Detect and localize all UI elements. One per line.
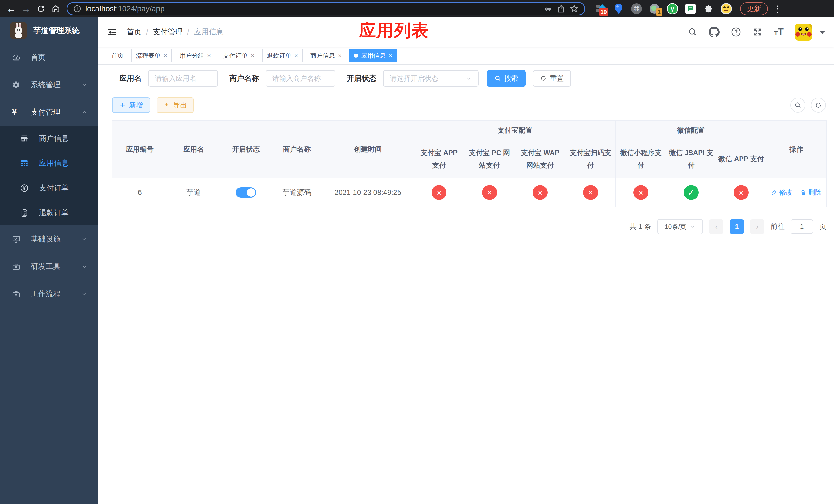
goto-page-input[interactable] (791, 220, 813, 234)
status-select[interactable]: 请选择开启状态 (383, 70, 479, 87)
sidebar-fold-button[interactable] (107, 27, 117, 38)
close-icon[interactable]: × (294, 52, 298, 59)
col-header-app-id: 应用编号 (112, 121, 168, 178)
close-icon[interactable]: × (389, 52, 392, 59)
close-icon[interactable]: × (207, 52, 211, 59)
next-page-button[interactable]: › (750, 220, 765, 234)
group-header-wechat: 微信配置 (616, 121, 766, 140)
add-button[interactable]: 新增 (112, 97, 150, 113)
extension-command-icon[interactable]: ⌘ (631, 3, 642, 14)
extensions-puzzle-icon[interactable] (703, 3, 714, 14)
sidebar-item-app-info[interactable]: 应用信息 (0, 151, 98, 176)
sidebar-item-payment[interactable]: ¥ 支付管理 (0, 98, 98, 126)
puzzle-icon (703, 4, 713, 14)
sidebar-item-workflow[interactable]: 工作流程 (0, 280, 98, 307)
pikachu-avatar-icon (795, 24, 812, 41)
tag-process-form[interactable]: 流程表单× (131, 49, 172, 62)
status-toggle[interactable] (236, 187, 256, 198)
sidebar-item-refund-order[interactable]: 退款订单 (0, 201, 98, 225)
reload-icon (37, 4, 46, 13)
extension-diamond-icon[interactable]: 10 (595, 3, 606, 14)
tag-merchant-info[interactable]: 商户信息× (306, 49, 346, 62)
col-header-app-name: 应用名 (168, 121, 220, 178)
sidebar-item-label: 支付管理 (31, 107, 61, 117)
fullscreen-icon[interactable] (752, 27, 763, 37)
app-name-input[interactable] (148, 70, 218, 87)
browser-forward-button[interactable]: → (20, 2, 33, 15)
browser-back-button[interactable]: ← (5, 2, 18, 15)
browser-menu-button[interactable]: ⋮ (773, 4, 781, 14)
sidebar-item-system[interactable]: 系统管理 (0, 71, 98, 98)
extension-chat-icon[interactable] (685, 3, 696, 14)
rabbit-logo-icon (10, 22, 27, 39)
github-icon[interactable] (709, 27, 720, 38)
user-avatar[interactable] (795, 24, 812, 41)
col-header-wx-app: 微信 APP 支付 (716, 140, 766, 178)
tag-app-info[interactable]: 应用信息× (349, 49, 397, 62)
extension-balloon-icon[interactable] (613, 3, 624, 14)
browser-update-button[interactable]: 更新 (740, 2, 768, 15)
tag-home[interactable]: 首页 (107, 49, 128, 62)
grid-icon (20, 159, 29, 168)
prev-page-button[interactable]: ‹ (709, 220, 723, 234)
sidebar-item-dev-tools[interactable]: 研发工具 (0, 253, 98, 280)
col-header-alipay-pc: 支付宝 PC 网站支付 (464, 140, 515, 178)
status-label: 开启状态 (347, 73, 376, 84)
tag-refund-order[interactable]: 退款订单× (262, 49, 303, 62)
edit-pen-icon (771, 189, 777, 196)
breadcrumb-payment[interactable]: 支付管理 (153, 27, 182, 37)
table-tools (790, 98, 826, 113)
edit-link[interactable]: 修改 (771, 188, 792, 197)
briefcase-icon (12, 290, 21, 298)
site-info-icon[interactable] (73, 5, 81, 13)
tag-user-group[interactable]: 用户分组× (175, 49, 215, 62)
search-icon[interactable] (688, 27, 698, 37)
col-header-alipay-app: 支付宝 APP 支付 (414, 140, 464, 178)
bookmark-star-icon[interactable] (570, 4, 579, 13)
sidebar-item-pay-order[interactable]: 支付订单 (0, 176, 98, 201)
refresh-icon (540, 75, 547, 82)
page-size-select[interactable]: 10条/页 (657, 219, 703, 234)
delete-link[interactable]: 删除 (800, 188, 822, 197)
show-search-button[interactable] (790, 98, 805, 113)
sidebar-item-label: 应用信息 (39, 158, 69, 168)
dashboard-icon (12, 53, 21, 62)
goto-label: 前往 (771, 222, 785, 231)
help-icon[interactable] (731, 27, 741, 37)
sidebar-item-home[interactable]: 首页 (0, 44, 98, 71)
search-button[interactable]: 搜索 (487, 70, 526, 87)
chevron-down-icon (465, 75, 472, 82)
sidebar-item-merchant-info[interactable]: 商户信息 (0, 126, 98, 151)
browser-reload-button[interactable] (35, 2, 48, 15)
extension-yudao-icon[interactable]: y (667, 3, 678, 14)
merchant-name-input[interactable] (266, 70, 335, 87)
close-icon[interactable]: × (163, 52, 167, 59)
col-header-alipay-qr: 支付宝扫码支付 (566, 140, 616, 178)
refresh-table-button[interactable] (811, 98, 826, 113)
sidebar-item-infra[interactable]: 基础设施 (0, 225, 98, 253)
share-icon[interactable] (557, 4, 566, 13)
cell-app-id: 6 (112, 178, 168, 207)
chevron-up-icon (81, 109, 88, 116)
password-key-icon[interactable] (544, 4, 553, 13)
sidebar-item-label: 工作流程 (31, 289, 61, 299)
close-icon[interactable]: × (251, 52, 255, 59)
page-1-button[interactable]: 1 (730, 220, 744, 234)
tag-pay-order[interactable]: 支付订单× (219, 49, 259, 62)
extension-circle-icon[interactable]: 1 (649, 3, 660, 14)
pagination: 共 1 条 10条/页 ‹ 1 › 前往 页 (112, 219, 826, 234)
store-icon (20, 134, 29, 143)
close-icon[interactable]: × (338, 52, 342, 59)
font-size-icon[interactable]: TT (774, 27, 784, 38)
col-header-created: 创建时间 (322, 121, 414, 178)
reset-button[interactable]: 重置 (533, 70, 571, 87)
browser-home-button[interactable] (49, 2, 63, 15)
filter-form: 应用名 商户名称 开启状态 请选择开启状态 搜索 重置 (112, 70, 826, 87)
url-bar[interactable]: localhost:1024/pay/app (67, 2, 585, 15)
col-header-status: 开启状态 (220, 121, 272, 178)
breadcrumb-home[interactable]: 首页 (127, 27, 141, 37)
extension-emoji-icon[interactable] (721, 3, 732, 14)
avatar-dropdown-caret[interactable] (820, 30, 825, 34)
pagination-total: 共 1 条 (630, 222, 651, 231)
export-button[interactable]: 导出 (157, 97, 194, 113)
